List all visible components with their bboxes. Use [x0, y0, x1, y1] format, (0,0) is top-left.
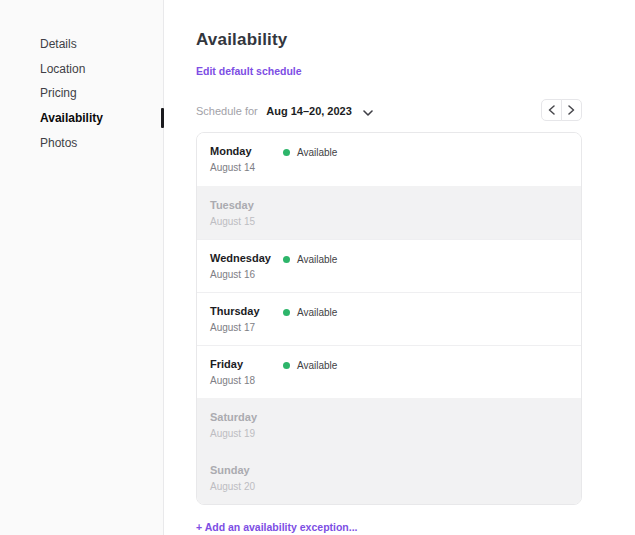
day-date: August 18 — [210, 375, 283, 386]
status-label: Available — [297, 147, 337, 158]
day-column: Wednesday August 16 — [210, 252, 283, 292]
chevron-left-icon — [548, 103, 555, 118]
day-column: Tuesday August 15 — [210, 199, 283, 239]
sidebar-item-pricing[interactable]: Pricing — [0, 81, 163, 106]
schedule-for-label: Schedule for — [196, 105, 258, 117]
day-row[interactable]: Saturday August 19 — [197, 398, 581, 451]
schedule-range-value: Aug 14–20, 2023 — [266, 105, 352, 117]
day-row[interactable]: Monday August 14 Available — [197, 133, 581, 186]
status-label: Available — [297, 360, 337, 371]
day-name: Monday — [210, 145, 283, 157]
day-status: Available — [283, 306, 337, 318]
add-availability-exception-link[interactable]: + Add an availability exception... — [196, 521, 358, 533]
availability-page: Details Location Pricing Availability Ph… — [0, 0, 635, 535]
day-status: Available — [283, 253, 337, 265]
week-schedule-card: Monday August 14 Available Tuesday Augus… — [196, 132, 582, 505]
sidebar-item-location[interactable]: Location — [0, 57, 163, 82]
day-date: August 14 — [210, 162, 283, 173]
day-date: August 19 — [210, 428, 283, 439]
day-row[interactable]: Friday August 18 Available — [197, 345, 581, 398]
schedule-bar: Schedule for Aug 14–20, 2023 — [196, 99, 582, 121]
day-column: Friday August 18 — [210, 358, 283, 398]
week-pager — [541, 99, 582, 121]
sidebar-item-label: Photos — [40, 136, 77, 150]
day-name: Sunday — [210, 464, 283, 476]
day-row[interactable]: Sunday August 20 — [197, 451, 581, 504]
day-row[interactable]: Wednesday August 16 Available — [197, 239, 581, 292]
day-name: Friday — [210, 358, 283, 370]
main-content: Availability Edit default schedule Sched… — [164, 0, 635, 535]
schedule-selector[interactable]: Schedule for Aug 14–20, 2023 — [196, 101, 373, 119]
sidebar-item-availability[interactable]: Availability — [0, 106, 163, 131]
day-name: Thursday — [210, 305, 283, 317]
sidebar-item-label: Details — [40, 37, 77, 51]
available-status-dot-icon — [283, 149, 290, 156]
day-column: Thursday August 17 — [210, 305, 283, 345]
available-status-dot-icon — [283, 362, 290, 369]
sidebar: Details Location Pricing Availability Ph… — [0, 0, 164, 535]
edit-default-schedule-link[interactable]: Edit default schedule — [196, 65, 302, 77]
next-week-button[interactable] — [561, 99, 582, 121]
day-date: August 15 — [210, 216, 283, 227]
day-date: August 20 — [210, 481, 283, 492]
status-label: Available — [297, 307, 337, 318]
day-date: August 17 — [210, 322, 283, 333]
day-column: Monday August 14 — [210, 145, 283, 186]
active-indicator-bar — [161, 108, 164, 128]
day-name: Wednesday — [210, 252, 283, 264]
page-title: Availability — [196, 30, 635, 50]
day-row[interactable]: Tuesday August 15 — [197, 186, 581, 239]
available-status-dot-icon — [283, 309, 290, 316]
day-column: Sunday August 20 — [210, 464, 283, 504]
sidebar-item-label: Availability — [40, 111, 103, 125]
day-name: Tuesday — [210, 199, 283, 211]
previous-week-button[interactable] — [541, 99, 562, 121]
sidebar-item-details[interactable]: Details — [0, 32, 163, 57]
available-status-dot-icon — [283, 256, 290, 263]
sidebar-item-label: Pricing — [40, 86, 77, 100]
sidebar-nav: Details Location Pricing Availability Ph… — [0, 32, 163, 155]
day-status: Available — [283, 146, 337, 158]
status-label: Available — [297, 254, 337, 265]
day-name: Saturday — [210, 411, 283, 423]
day-column: Saturday August 19 — [210, 411, 283, 451]
sidebar-item-photos[interactable]: Photos — [0, 130, 163, 155]
day-row[interactable]: Thursday August 17 Available — [197, 292, 581, 345]
sidebar-item-label: Location — [40, 62, 85, 76]
chevron-down-icon[interactable] — [363, 110, 373, 116]
day-date: August 16 — [210, 269, 283, 280]
day-status: Available — [283, 359, 337, 371]
chevron-right-icon — [568, 103, 575, 118]
